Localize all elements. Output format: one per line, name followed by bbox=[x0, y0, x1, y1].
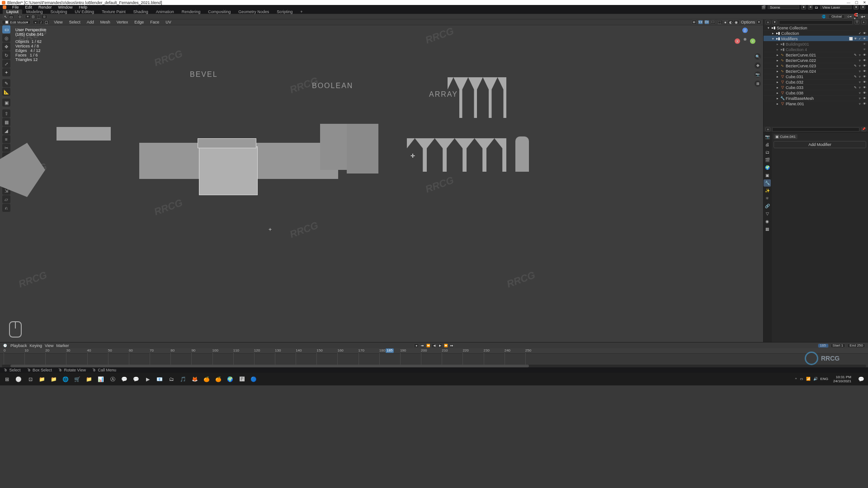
disclosure-icon[interactable]: ▸ bbox=[776, 80, 779, 84]
vp-menu-add[interactable]: Add bbox=[85, 20, 96, 24]
xray-toggle-icon[interactable]: ☐ bbox=[711, 20, 716, 24]
tab-modeling[interactable]: Modeling bbox=[23, 9, 47, 14]
timeline-editor[interactable]: 🕑 Playback Keying View Marker ● ⏮ ⏪ ◀ ▶ … bbox=[0, 342, 868, 367]
jump-end-icon[interactable]: ⏭ bbox=[449, 343, 454, 348]
ptab-object[interactable]: ▣ bbox=[764, 172, 771, 179]
play-icon[interactable]: ▶ bbox=[438, 343, 443, 348]
taskbar-app[interactable]: 📧 bbox=[155, 374, 165, 384]
viewlayer-new-button[interactable]: ▾ bbox=[854, 5, 859, 9]
outliner-toggle-icon[interactable]: 👁 bbox=[863, 80, 866, 84]
viewlayer-name-field[interactable] bbox=[820, 5, 852, 9]
outliner-filter-icon[interactable]: ▽ bbox=[854, 20, 859, 24]
snap-a-icon[interactable]: ⌖ bbox=[25, 15, 31, 19]
ptab-scene[interactable]: 🎬 bbox=[764, 156, 771, 164]
outliner-toggle-icon[interactable]: 👁 bbox=[863, 48, 866, 52]
ptab-output[interactable]: 🖨 bbox=[764, 141, 771, 148]
outliner-display-mode[interactable]: ▾ bbox=[772, 20, 777, 24]
disclosure-icon[interactable]: ▸ bbox=[776, 64, 779, 68]
outliner-toggle-icon[interactable]: ✎ bbox=[854, 53, 857, 57]
outliner-editor-icon[interactable]: ≡ bbox=[765, 20, 770, 24]
ptab-modifier[interactable]: 🔧 bbox=[764, 179, 771, 187]
outliner-row[interactable]: ▸▸▮Buildings001👁 bbox=[764, 41, 868, 47]
tab-rendering[interactable]: Rendering bbox=[178, 9, 204, 14]
select-tweak-icon[interactable]: ↖ bbox=[3, 15, 9, 19]
outliner-toggle-icon[interactable]: ▿ bbox=[858, 75, 862, 79]
snap-seg[interactable]: ⌖ ⊡ ⬚ ⌑ bbox=[25, 14, 47, 19]
pivot-icon[interactable]: ⊙▾ bbox=[847, 14, 852, 19]
window-close-button[interactable]: ✕ bbox=[863, 0, 866, 5]
vp-menu-vertex[interactable]: Vertex bbox=[114, 20, 131, 24]
outliner-toggle-icon[interactable]: ✓ bbox=[858, 37, 862, 41]
tab-animation[interactable]: Animation bbox=[152, 9, 178, 14]
taskbar-app[interactable]: 💬 bbox=[131, 374, 141, 384]
taskbar-app[interactable]: 📁 bbox=[49, 374, 59, 384]
scene-name-field[interactable] bbox=[768, 5, 799, 9]
outliner-toggle-icon[interactable]: 👁 bbox=[863, 97, 866, 100]
outliner-toggle-icon[interactable]: 👁 bbox=[863, 59, 866, 62]
shading-render-icon[interactable]: ◉ bbox=[734, 20, 739, 24]
outliner-row[interactable]: ▸▽Cube.031✎▿👁 bbox=[764, 74, 868, 79]
snap-c-icon[interactable]: ⬚ bbox=[36, 15, 42, 19]
outliner-row[interactable]: ▸▽Cube.033✎▿👁 bbox=[764, 84, 868, 90]
outliner-toggle-icon[interactable]: 👁 bbox=[863, 70, 866, 73]
scene-new-button[interactable]: ▾ bbox=[801, 5, 806, 9]
tab-shading[interactable]: Shading bbox=[130, 9, 152, 14]
vp-menu-face[interactable]: Face bbox=[148, 20, 161, 24]
outliner-row[interactable]: ▸∿BezierCurve.023✎▿👁 bbox=[764, 63, 868, 68]
select-mode-toggle[interactable]: ↖ ▭ bbox=[3, 14, 14, 19]
tab-sculpting[interactable]: Sculpting bbox=[47, 9, 71, 14]
tray-icon[interactable]: 🔊 bbox=[813, 377, 818, 382]
properties-pin-icon[interactable]: 📌 bbox=[861, 127, 866, 131]
ptab-data[interactable]: ▽ bbox=[764, 210, 771, 217]
outliner-row[interactable]: ▸▸▮Collection✓👁 bbox=[764, 30, 868, 36]
snap-b-icon[interactable]: ⊡ bbox=[31, 15, 36, 19]
tray-icon[interactable]: ENG bbox=[821, 377, 828, 382]
add-modifier-button[interactable]: Add Modifier bbox=[774, 141, 866, 148]
timeline-editor-icon[interactable]: 🕑 bbox=[3, 343, 8, 348]
window-maximize-button[interactable]: ▢ bbox=[855, 0, 859, 5]
ptab-physics[interactable]: ⚛ bbox=[764, 195, 771, 202]
autokey-icon[interactable]: ● bbox=[414, 343, 419, 348]
orientation-dropdown[interactable]: Global bbox=[828, 14, 845, 19]
keyframe-prev-icon[interactable]: ⏪ bbox=[426, 343, 431, 348]
outliner-row[interactable]: ▾▸▮Modifiers⬜👁✓👁 bbox=[764, 36, 868, 41]
mesh-select-mode[interactable]: • / ▢ bbox=[33, 20, 50, 24]
system-clock[interactable]: 10:31 PM 24/10/2021 bbox=[830, 375, 854, 383]
timeline-playhead[interactable]: 185 bbox=[386, 348, 394, 353]
vp-menu-uv[interactable]: UV bbox=[163, 20, 174, 24]
scene-remove-button[interactable]: ✕ bbox=[808, 5, 813, 9]
shading-solid-icon[interactable]: ● bbox=[723, 20, 728, 24]
disclosure-icon[interactable]: ▸ bbox=[776, 97, 779, 100]
outliner-row[interactable]: ▸∿BezierCurve.022▿👁 bbox=[764, 57, 868, 63]
timeline-track[interactable]: 0102030405060708090100110120130140150160… bbox=[0, 348, 868, 367]
outliner-row[interactable]: ▸▽Cube.032▿👁 bbox=[764, 79, 868, 84]
outliner-toggle-icon[interactable]: ▿ bbox=[858, 70, 862, 73]
3d-viewport[interactable]: 🔲 Edit Mode▾ • / ▢ View Select Add Mesh … bbox=[0, 19, 763, 342]
vp-menu-edge[interactable]: Edge bbox=[132, 20, 146, 24]
vertex-select-icon[interactable]: • bbox=[33, 20, 38, 24]
viewlayer-remove-button[interactable]: ✕ bbox=[860, 5, 865, 9]
outliner-toggle-icon[interactable]: 👁 bbox=[863, 32, 866, 35]
select-box-icon[interactable]: ▭ bbox=[9, 15, 14, 19]
taskbar-app[interactable]: 🍊 bbox=[213, 374, 223, 384]
taskbar-app[interactable]: 🦊 bbox=[190, 374, 200, 384]
vp-menu-select[interactable]: Select bbox=[67, 20, 83, 24]
tab-texture-paint[interactable]: Texture Paint bbox=[98, 9, 129, 14]
outliner-toggle-icon[interactable]: ▿ bbox=[858, 91, 862, 95]
tl-menu-playback[interactable]: Playback bbox=[10, 343, 27, 348]
outliner-toggle-icon[interactable]: 👁 bbox=[854, 37, 857, 41]
outliner-toggle-icon[interactable]: ▿ bbox=[858, 102, 862, 106]
ptab-viewlayer[interactable]: 🗂 bbox=[764, 149, 771, 156]
notifications-icon[interactable]: 💬 bbox=[856, 374, 866, 384]
outliner-toggle-icon[interactable]: ▿ bbox=[858, 97, 862, 100]
face-select-icon[interactable]: ▢ bbox=[44, 20, 49, 24]
taskbar-app[interactable]: 🌐 bbox=[61, 374, 71, 384]
outliner-row[interactable]: ▸▸▮Collection 4👁 bbox=[764, 47, 868, 52]
outliner-toggle-icon[interactable]: ▿ bbox=[858, 59, 862, 62]
shading-popover-icon[interactable]: ▾ bbox=[756, 20, 761, 24]
disclosure-icon[interactable]: ▸ bbox=[776, 70, 779, 73]
taskbar-app[interactable]: ▶ bbox=[143, 374, 153, 384]
outliner-toggle-icon[interactable]: 👁 bbox=[863, 42, 866, 46]
tl-menu-marker[interactable]: Marker bbox=[56, 343, 69, 348]
snap-toggle-icon[interactable]: 🧲▾ bbox=[854, 14, 859, 19]
